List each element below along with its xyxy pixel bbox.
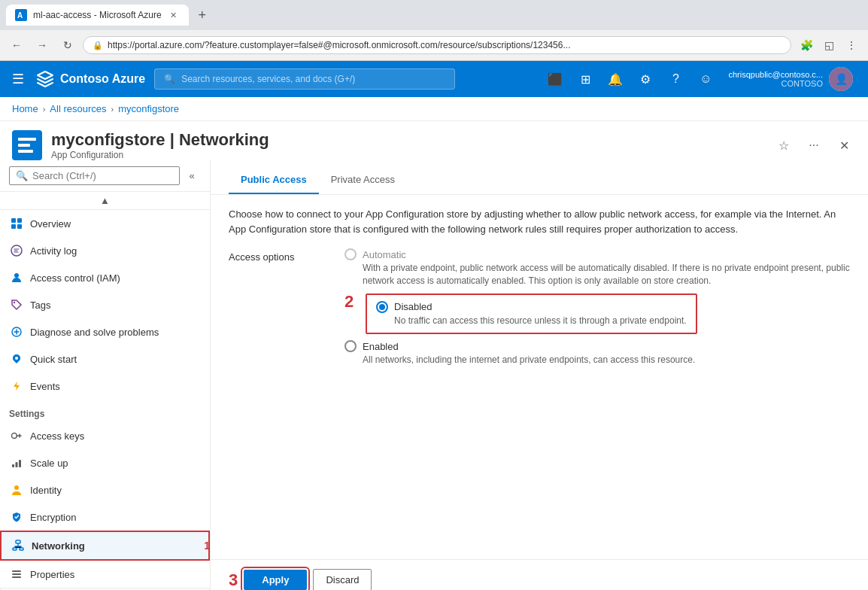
- settings-button[interactable]: ⋮: [841, 35, 862, 56]
- back-button[interactable]: ←: [6, 35, 27, 56]
- sidebar-item-tags[interactable]: Tags: [0, 291, 210, 318]
- svg-rect-6: [18, 144, 30, 147]
- radio-option-automatic-header: Automatic: [344, 248, 850, 260]
- tab-public-access[interactable]: Public Access: [229, 166, 319, 194]
- svg-point-16: [15, 357, 18, 360]
- sidebar-search-input[interactable]: [32, 170, 173, 181]
- extensions-button[interactable]: 🧩: [796, 35, 817, 56]
- sidebar-item-networking[interactable]: Networking 1: [0, 531, 210, 561]
- browser-toolbar: ← → ↻ 🔒 https://portal.azure.com/?featur…: [0, 30, 868, 60]
- profile-button[interactable]: ◱: [818, 35, 839, 56]
- close-panel-button[interactable]: ✕: [832, 133, 856, 157]
- sidebar-item-encryption[interactable]: Encryption: [0, 503, 210, 531]
- avatar-image: 👤: [829, 67, 853, 91]
- cloud-shell-button[interactable]: ⬛: [542, 65, 569, 93]
- notifications-button[interactable]: 🔔: [602, 65, 629, 93]
- search-placeholder: Search resources, services, and docs (G+…: [181, 74, 355, 84]
- page-title: myconfigstore | Networking: [51, 130, 763, 150]
- azure-favicon-icon: A: [15, 9, 27, 21]
- sidebar-item-quick-start[interactable]: Quick start: [0, 345, 210, 373]
- settings-topbar-button[interactable]: ⚙: [632, 65, 659, 93]
- sidebar-item-events[interactable]: Events: [0, 373, 210, 400]
- svg-point-21: [14, 485, 19, 490]
- new-tab-button[interactable]: +: [192, 5, 213, 26]
- svg-point-13: [14, 273, 19, 278]
- tag-icon: [9, 297, 24, 312]
- breadcrumb-sep1: ›: [43, 105, 46, 114]
- hamburger-menu-button[interactable]: ☰: [9, 68, 27, 90]
- tab-close-button[interactable]: ✕: [168, 9, 180, 21]
- directory-button[interactable]: ⊞: [572, 65, 599, 93]
- sidebar-scroll-up-button[interactable]: ▲: [0, 192, 210, 210]
- azure-logo-icon: [36, 70, 54, 88]
- browser-tab[interactable]: A ml-aac-access - Microsoft Azure ✕: [6, 5, 189, 26]
- sidebar-item-label: Tags: [30, 300, 50, 311]
- global-search-box[interactable]: 🔍 Search resources, services, and docs (…: [154, 68, 455, 90]
- sidebar-item-diagnose[interactable]: Diagnose and solve problems: [0, 318, 210, 345]
- sidebar-item-access-control[interactable]: Access control (IAM): [0, 264, 210, 291]
- svg-rect-19: [16, 462, 18, 467]
- browser-chrome: A ml-aac-access - Microsoft Azure ✕ + ← …: [0, 0, 868, 61]
- sidebar-item-access-keys[interactable]: Access keys: [0, 422, 210, 449]
- sidebar-collapse-button[interactable]: «: [183, 167, 201, 185]
- radio-disabled-label: Disabled: [394, 301, 432, 312]
- sidebar-item-label: Properties: [30, 569, 74, 580]
- sidebar-item-overview[interactable]: Overview: [0, 210, 210, 237]
- svg-rect-20: [19, 460, 21, 467]
- step1-number: 1: [204, 540, 210, 552]
- azure-logo-area: Contoso Azure: [36, 70, 145, 88]
- sidebar-search-box[interactable]: 🔍: [9, 166, 180, 185]
- favorite-button[interactable]: ☆: [772, 133, 796, 157]
- sidebar-item-label: Diagnose and solve problems: [30, 327, 159, 338]
- refresh-button[interactable]: ↻: [57, 35, 78, 56]
- more-options-button[interactable]: ···: [802, 133, 826, 157]
- grid-icon: [9, 216, 24, 231]
- radio-automatic-button[interactable]: [344, 248, 357, 260]
- user-name: chrisqpublic@contoso.c...: [728, 70, 823, 79]
- props-icon: [9, 567, 24, 582]
- sidebar-item-label: Overview: [30, 218, 71, 230]
- sidebar: 🔍 « ▲ Overview: [0, 160, 211, 590]
- sidebar-item-identity[interactable]: Identity: [0, 476, 210, 503]
- radio-option-enabled: Enabled All networks, including the inte…: [344, 340, 850, 366]
- user-org: CONTOSO: [728, 79, 823, 88]
- apply-button[interactable]: Apply: [244, 570, 307, 590]
- scale-icon: [9, 455, 24, 470]
- breadcrumb-home[interactable]: Home: [12, 103, 38, 114]
- sidebar-item-label: Quick start: [30, 354, 77, 365]
- user-account-button[interactable]: chrisqpublic@contoso.c... CONTOSO 👤: [722, 64, 859, 94]
- sidebar-item-label: Encryption: [30, 512, 76, 523]
- svg-text:A: A: [17, 11, 23, 20]
- help-button[interactable]: ?: [662, 65, 689, 93]
- sidebar-item-label: Access control (IAM): [30, 272, 120, 284]
- breadcrumb-current[interactable]: myconfigstore: [118, 103, 179, 114]
- sidebar-item-label: Activity log: [30, 245, 77, 257]
- content-area: 🔍 « ▲ Overview: [0, 160, 868, 590]
- breadcrumb-sep2: ›: [111, 105, 114, 114]
- svg-rect-25: [12, 570, 21, 572]
- tab-private-access[interactable]: Private Access: [319, 166, 407, 194]
- radio-automatic-label: Automatic: [363, 249, 406, 260]
- access-options-label: Access options: [229, 251, 326, 366]
- sidebar-item-scale-up[interactable]: Scale up: [0, 449, 210, 476]
- step3-indicator: 3: [229, 570, 238, 590]
- svg-rect-24: [20, 548, 23, 550]
- svg-rect-11: [17, 224, 22, 229]
- radio-enabled-button[interactable]: [344, 340, 357, 352]
- discard-button[interactable]: Discard: [313, 569, 372, 590]
- tabs-bar: Public Access Private Access: [211, 166, 868, 195]
- svg-rect-10: [11, 224, 16, 229]
- feedback-button[interactable]: ☺: [692, 65, 719, 93]
- forward-button[interactable]: →: [32, 35, 53, 56]
- person-icon: [9, 270, 24, 285]
- svg-rect-5: [18, 138, 36, 141]
- radio-disabled-button[interactable]: [376, 301, 388, 313]
- list-icon: [9, 243, 24, 258]
- svg-rect-23: [13, 548, 17, 550]
- sidebar-item-properties[interactable]: Properties: [0, 561, 210, 588]
- radio-automatic-description: With a private endpoint, public network …: [363, 262, 850, 287]
- breadcrumb: Home › All resources › myconfigstore: [0, 97, 868, 121]
- breadcrumb-all-resources[interactable]: All resources: [50, 103, 106, 114]
- sidebar-item-activity-log[interactable]: Activity log: [0, 237, 210, 264]
- address-bar[interactable]: 🔒 https://portal.azure.com/?feature.cust…: [83, 36, 791, 54]
